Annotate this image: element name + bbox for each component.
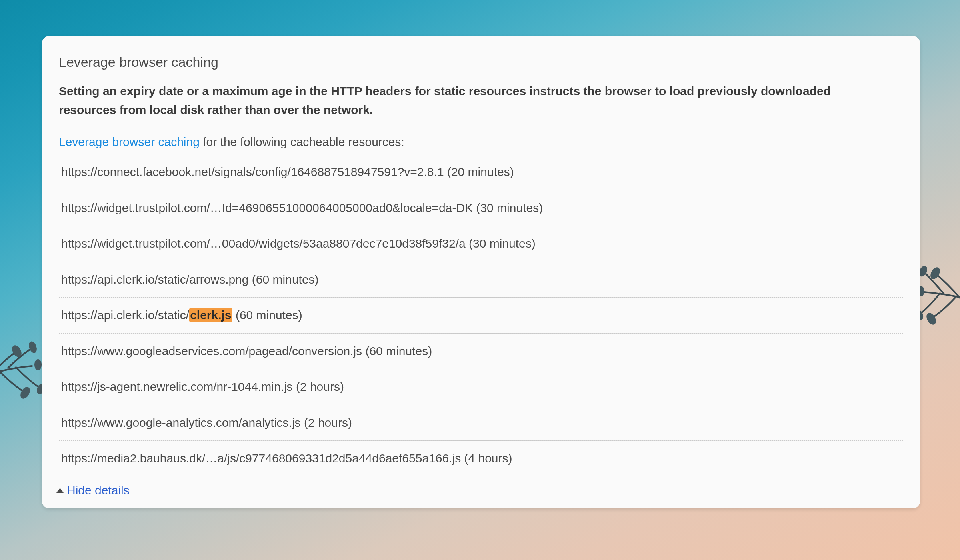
resource-row: https://www.googleadservices.com/pagead/… — [59, 334, 903, 370]
resource-highlight: clerk.js — [189, 308, 232, 322]
resource-row: https://connect.facebook.net/signals/con… — [59, 154, 903, 190]
resource-url-prefix: https://www.google-analytics.com/analyti… — [61, 416, 352, 429]
resource-url-prefix: https://api.clerk.io/static/ — [61, 308, 189, 322]
hide-details-button[interactable]: Hide details — [42, 476, 146, 497]
svg-point-2 — [18, 385, 32, 400]
card-description: Setting an expiry date or a maximum age … — [42, 82, 874, 135]
resource-row: https://media2.bauhaus.dk/…a/js/c9774680… — [59, 441, 903, 476]
resource-row: https://js-agent.newrelic.com/nr-1044.mi… — [59, 369, 903, 405]
svg-point-4 — [34, 359, 42, 370]
resource-url-prefix: https://connect.facebook.net/signals/con… — [61, 165, 514, 178]
resource-row: https://api.clerk.io/static/arrows.png (… — [59, 262, 903, 298]
resource-row: https://widget.trustpilot.com/…00ad0/wid… — [59, 226, 903, 262]
hide-details-label: Hide details — [67, 484, 130, 497]
triangle-up-icon — [56, 488, 64, 493]
resource-list: https://connect.facebook.net/signals/con… — [42, 154, 920, 476]
svg-point-1 — [27, 340, 38, 354]
resource-url-prefix: https://www.googleadservices.com/pagead/… — [61, 344, 432, 358]
resource-url-prefix: https://media2.bauhaus.dk/…a/js/c9774680… — [61, 452, 512, 465]
resource-url-prefix: https://widget.trustpilot.com/…Id=469065… — [61, 201, 543, 214]
audit-card: Leverage browser caching Setting an expi… — [42, 36, 920, 508]
card-title: Leverage browser caching — [42, 54, 920, 82]
intro-tail: for the following cacheable resources: — [200, 135, 404, 148]
svg-point-7 — [924, 311, 938, 326]
intro-line: Leverage browser caching for the followi… — [42, 135, 920, 154]
resource-row: https://widget.trustpilot.com/…Id=469065… — [59, 190, 903, 226]
svg-point-0 — [10, 344, 23, 359]
resource-row: https://www.google-analytics.com/analyti… — [59, 405, 903, 441]
resource-url-prefix: https://js-agent.newrelic.com/nr-1044.mi… — [61, 380, 344, 393]
resource-row: https://api.clerk.io/static/clerk.js (60… — [59, 298, 903, 334]
leverage-caching-link[interactable]: Leverage browser caching — [59, 135, 200, 148]
resource-url-prefix: https://api.clerk.io/static/arrows.png (… — [61, 273, 319, 286]
resource-url-prefix: https://widget.trustpilot.com/…00ad0/wid… — [61, 237, 536, 250]
svg-point-5 — [928, 266, 942, 281]
resource-url-suffix: (60 minutes) — [232, 308, 302, 322]
